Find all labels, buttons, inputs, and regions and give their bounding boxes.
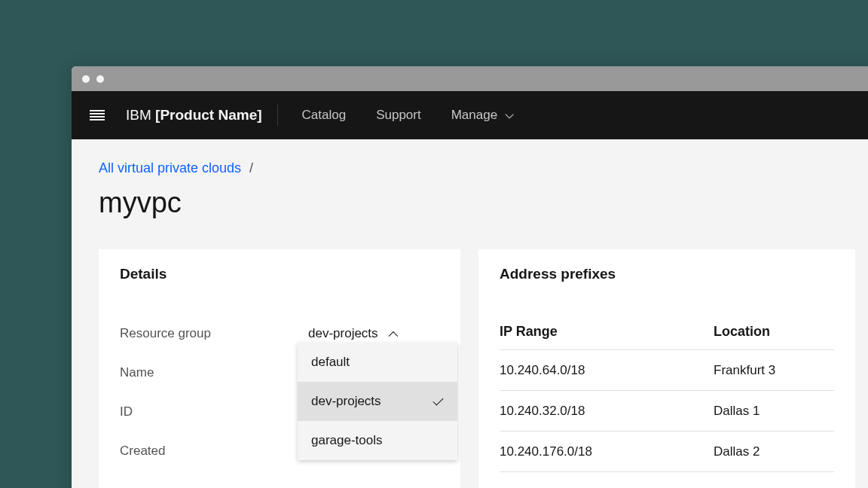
header-divider <box>277 105 278 126</box>
header-nav: Catalog Support Manage <box>302 108 513 123</box>
hamburger-menu-icon[interactable] <box>90 110 105 120</box>
dropdown-option-label: dev-projects <box>311 394 381 409</box>
table-row: 10.240.176.0/18 Dallas 2 <box>500 432 834 472</box>
cell-ip: 10.240.64.0/18 <box>500 363 714 378</box>
os-titlebar <box>72 66 868 91</box>
cards-row: Details Resource group dev-projects Name… <box>99 249 858 488</box>
cell-ip: 10.240.176.0/18 <box>500 444 714 459</box>
detail-label: Created <box>120 444 308 459</box>
dropdown-option-label: default <box>311 355 350 370</box>
window-control-dot[interactable] <box>82 75 90 83</box>
brand-product: [Product Name] <box>155 107 261 123</box>
column-ip-range: IP Range <box>500 324 714 340</box>
prefixes-heading: Address prefixes <box>500 266 834 282</box>
nav-manage[interactable]: Manage <box>451 108 512 123</box>
nav-support[interactable]: Support <box>376 108 421 123</box>
breadcrumb-separator: / <box>249 160 253 175</box>
checkmark-icon <box>433 398 444 405</box>
column-location: Location <box>714 324 834 340</box>
details-card: Details Resource group dev-projects Name… <box>99 249 460 488</box>
breadcrumb-parent-link[interactable]: All virtual private clouds <box>99 160 241 175</box>
cell-location: Dallas 1 <box>714 404 834 419</box>
nav-catalog[interactable]: Catalog <box>302 108 347 123</box>
table-row: 10.240.32.0/18 Dallas 1 <box>500 391 834 432</box>
cell-location: Dallas 2 <box>714 444 834 459</box>
resource-group-dropdown[interactable]: dev-projects <box>308 326 398 341</box>
dropdown-option-garage-tools[interactable]: garage-tools <box>298 421 457 460</box>
dropdown-option-dev-projects[interactable]: dev-projects <box>298 382 457 421</box>
cell-ip: 10.240.32.0/18 <box>500 404 714 419</box>
app-window: IBM [Product Name] Catalog Support Manag… <box>72 66 868 488</box>
window-control-dot[interactable] <box>96 75 104 83</box>
detail-label: Name <box>120 365 308 380</box>
table-row: 10.240.64.0/18 Frankfurt 3 <box>500 350 834 391</box>
brand: IBM [Product Name] <box>126 107 262 124</box>
global-header: IBM [Product Name] Catalog Support Manag… <box>72 91 868 139</box>
table-header: IP Range Location <box>500 314 834 350</box>
page-title: myvpc <box>99 187 858 219</box>
detail-label: Resource group <box>120 326 308 341</box>
prefixes-table: IP Range Location 10.240.64.0/18 Frankfu… <box>500 314 834 472</box>
chevron-up-icon <box>389 331 398 337</box>
cell-location: Frankfurt 3 <box>714 363 834 378</box>
dropdown-selected-value: dev-projects <box>308 326 378 341</box>
nav-manage-label: Manage <box>451 108 497 123</box>
address-prefixes-card: Address prefixes IP Range Location 10.24… <box>478 249 855 488</box>
breadcrumb: All virtual private clouds / <box>99 160 858 176</box>
resource-group-dropdown-menu: default dev-projects garage-tools <box>298 343 457 460</box>
chevron-down-icon <box>505 113 512 117</box>
dropdown-option-label: garage-tools <box>311 433 383 448</box>
dropdown-option-default[interactable]: default <box>298 343 457 382</box>
brand-prefix: IBM <box>126 107 155 123</box>
detail-label: ID <box>120 404 308 419</box>
details-heading: Details <box>120 266 439 282</box>
page-body: All virtual private clouds / myvpc Detai… <box>72 139 868 488</box>
